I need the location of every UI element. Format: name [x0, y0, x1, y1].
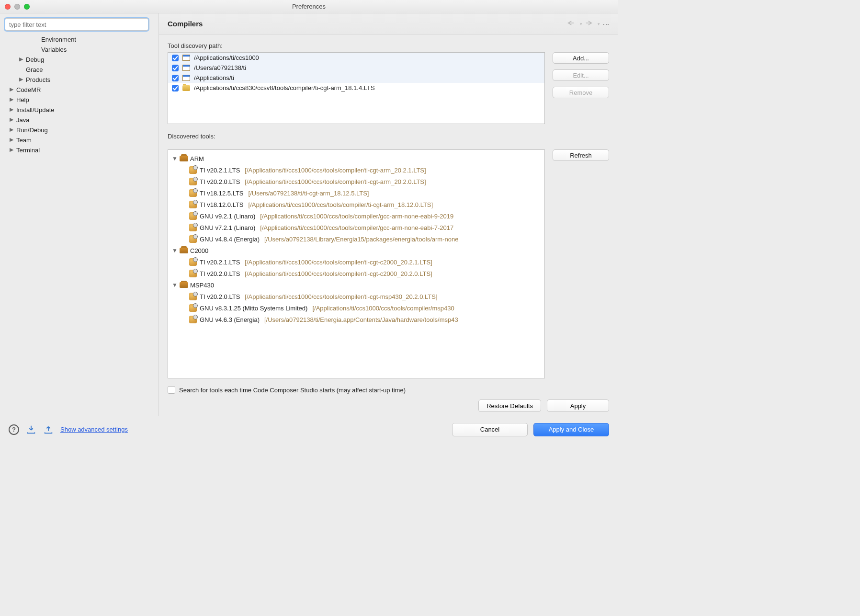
disclosure-icon[interactable]: ▶: [10, 135, 14, 145]
tree-item[interactable]: Grace: [5, 65, 153, 75]
tool-name: TI v20.2.1.LTS: [200, 167, 240, 174]
disclosure-icon[interactable]: ▶: [10, 94, 14, 104]
path-checkbox[interactable]: [172, 65, 179, 71]
tree-item-label: Debug: [26, 55, 44, 65]
group-name: C2000: [190, 247, 208, 254]
restore-defaults-button[interactable]: Restore Defaults: [478, 399, 541, 412]
view-menu-icon[interactable]: ⋮: [602, 21, 610, 27]
disclosure-icon[interactable]: ▶: [10, 125, 14, 135]
add-button[interactable]: Add...: [553, 52, 609, 64]
tool-path: [/Applications/ti/ccs1000/ccs/tools/comp…: [245, 293, 437, 300]
tool-row[interactable]: TI v18.12.0.LTS [/Applications/ti/ccs100…: [172, 199, 541, 210]
tree-item[interactable]: Variables: [5, 45, 153, 55]
tool-row[interactable]: TI v18.12.5.LTS [/Users/a0792138/ti/ti-c…: [172, 187, 541, 199]
tree-item[interactable]: ▶Products: [5, 75, 153, 85]
tool-row[interactable]: GNU v4.8.4 (Energia) [/Users/a0792138/Li…: [172, 233, 541, 245]
advanced-settings-link[interactable]: Show advanced settings: [60, 426, 128, 433]
path-checkbox[interactable]: [172, 55, 179, 61]
back-icon[interactable]: [567, 20, 577, 28]
tool-name: TI v18.12.0.LTS: [200, 201, 244, 208]
tool-group-row[interactable]: ▼MSP430: [172, 279, 541, 291]
forward-icon[interactable]: [585, 20, 595, 28]
titlebar: Preferences: [0, 0, 618, 13]
discovery-path-row[interactable]: /Applications/ti: [168, 73, 544, 83]
tool-name: TI v20.2.0.LTS: [200, 293, 240, 300]
tree-item[interactable]: Environment: [5, 34, 153, 45]
discovery-path-row[interactable]: /Applications/ti/ccs830/ccsv8/tools/comp…: [168, 83, 544, 93]
path-checkbox[interactable]: [172, 85, 179, 91]
tool-name: GNU v4.6.3 (Energia): [200, 316, 260, 323]
disclosure-icon[interactable]: ▶: [10, 145, 14, 155]
discovered-tools-label: Discovered tools:: [168, 133, 609, 140]
tree-item-label: Variables: [41, 45, 67, 55]
apply-and-close-button[interactable]: Apply and Close: [533, 423, 609, 436]
tool-row[interactable]: TI v20.2.0.LTS [/Applications/ti/ccs1000…: [172, 268, 541, 279]
apply-button[interactable]: Apply: [547, 399, 609, 412]
tool-row[interactable]: GNU v9.2.1 (Linaro) [/Applications/ti/cc…: [172, 210, 541, 222]
window-title: Preferences: [0, 3, 618, 10]
search-on-start-checkbox[interactable]: [168, 386, 175, 394]
disk-icon: [182, 65, 190, 71]
discovered-tools-tree[interactable]: ▼ARMTI v20.2.1.LTS [/Applications/ti/ccs…: [168, 149, 545, 378]
compiler-icon: [189, 316, 197, 323]
tree-item[interactable]: ▶CodeMR: [5, 85, 153, 95]
tool-row[interactable]: TI v20.2.1.LTS [/Applications/ti/ccs1000…: [172, 164, 541, 176]
tool-row[interactable]: TI v20.2.0.LTS [/Applications/ti/ccs1000…: [172, 176, 541, 187]
path-buttons: Add... Edit... Remove: [553, 52, 609, 124]
tool-name: TI v20.2.0.LTS: [200, 178, 240, 185]
tool-group-row[interactable]: ▼C2000: [172, 245, 541, 256]
disclosure-icon[interactable]: ▼: [172, 282, 178, 288]
compiler-icon: [189, 293, 197, 300]
tool-name: GNU v7.2.1 (Linaro): [200, 224, 255, 231]
tool-name: TI v18.12.5.LTS: [200, 190, 244, 197]
compiler-icon: [189, 270, 197, 277]
discovery-paths-list[interactable]: /Applications/ti/ccs1000/Users/a0792138/…: [168, 52, 545, 124]
tool-group-row[interactable]: ▼ARM: [172, 153, 541, 164]
import-icon[interactable]: [26, 424, 36, 435]
tool-row[interactable]: TI v20.2.1.LTS [/Applications/ti/ccs1000…: [172, 256, 541, 268]
tool-row[interactable]: GNU v8.3.1.25 (Mitto Systems Limited) [/…: [172, 302, 541, 314]
edit-button: Edit...: [553, 69, 609, 81]
tree-item-label: CodeMR: [16, 85, 41, 95]
tool-name: GNU v9.2.1 (Linaro): [200, 213, 255, 220]
tree-item[interactable]: ▶Run/Debug: [5, 125, 153, 135]
tool-path: [/Applications/ti/ccs1000/ccs/tools/comp…: [260, 224, 453, 231]
export-icon[interactable]: [43, 424, 54, 435]
help-icon[interactable]: ?: [9, 424, 19, 435]
tool-row[interactable]: TI v20.2.0.LTS [/Applications/ti/ccs1000…: [172, 291, 541, 302]
disclosure-icon[interactable]: ▼: [172, 155, 178, 162]
tree-item[interactable]: ▶Terminal: [5, 145, 153, 155]
compiler-icon: [189, 212, 197, 220]
tree-item[interactable]: ▶Team: [5, 135, 153, 145]
tree-item-label: Help: [16, 95, 29, 105]
disclosure-icon[interactable]: ▼: [172, 247, 178, 254]
refresh-button[interactable]: Refresh: [553, 149, 609, 161]
discovery-path-row[interactable]: /Applications/ti/ccs1000: [168, 53, 544, 63]
tree-item[interactable]: ▶Help: [5, 95, 153, 105]
path-checkbox[interactable]: [172, 75, 179, 81]
tree-item-label: Java: [16, 115, 29, 125]
disclosure-icon[interactable]: ▶: [10, 84, 14, 94]
header-toolbar: ▾ ▾ ⋮: [567, 20, 609, 28]
tree-item[interactable]: ▶Install/Update: [5, 105, 153, 115]
tree-item[interactable]: ▶Java: [5, 115, 153, 125]
tree-item[interactable]: ▶Debug: [5, 55, 153, 65]
cancel-button[interactable]: Cancel: [452, 423, 528, 436]
compiler-icon: [189, 258, 197, 266]
tool-path: [/Applications/ti/ccs1000/ccs/tools/comp…: [245, 178, 426, 185]
tool-row[interactable]: GNU v7.2.1 (Linaro) [/Applications/ti/cc…: [172, 222, 541, 233]
disclosure-icon[interactable]: ▶: [19, 54, 24, 64]
tool-path: [/Applications/ti/ccs1000/ccs/tools/comp…: [312, 305, 454, 312]
tool-path: [/Users/a0792138/Library/Energia15/packa…: [264, 236, 458, 243]
remove-button: Remove: [553, 87, 609, 98]
filter-input[interactable]: [5, 18, 148, 31]
disclosure-icon[interactable]: ▶: [19, 74, 24, 84]
preferences-tree[interactable]: EnvironmentVariables▶DebugGrace▶Products…: [5, 34, 153, 155]
compiler-icon: [189, 224, 197, 231]
tool-path: [/Users/a0792138/ti/Energia.app/Contents…: [264, 316, 458, 323]
discovery-path-row[interactable]: /Users/a0792138/ti: [168, 63, 544, 73]
tool-row[interactable]: GNU v4.6.3 (Energia) [/Users/a0792138/ti…: [172, 314, 541, 325]
preferences-window: Preferences EnvironmentVariables▶DebugGr…: [0, 0, 618, 443]
disclosure-icon[interactable]: ▶: [10, 104, 14, 114]
disclosure-icon[interactable]: ▶: [10, 114, 14, 125]
